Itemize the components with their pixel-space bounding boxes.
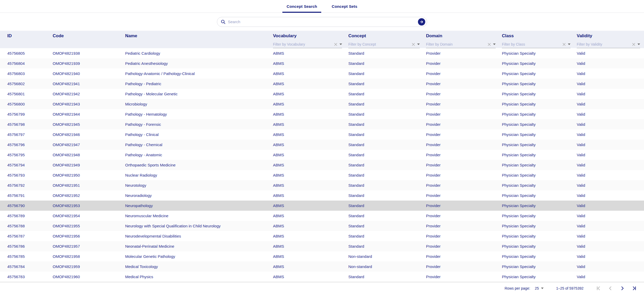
cell-validity: Valid [577, 102, 644, 106]
cell-validity: Valid [577, 254, 644, 259]
search-input[interactable] [228, 20, 418, 24]
cell-class: Physician Specialty [502, 153, 577, 157]
table-row[interactable]: 45756784OMOP4821959Medical ToxicologyABM… [0, 261, 644, 272]
table-row[interactable]: 45756785OMOP4821958Molecular Genetic Pat… [0, 251, 644, 261]
column-header-domain: Domain [426, 31, 502, 48]
cell-name: Neurodevelopmental Disabilities [125, 234, 273, 238]
close-icon [562, 42, 566, 46]
cell-vocabulary: ABMS [273, 61, 348, 66]
table-row[interactable]: 45756788OMOP4821955Neurology with Specia… [0, 221, 644, 231]
cell-vocabulary: ABMS [273, 132, 348, 137]
table-row[interactable]: 45756802OMOP4821941Pathology - Pediatric… [0, 79, 644, 89]
cell-name: Pathology - Chemical [125, 142, 273, 147]
cell-domain: Provider [426, 61, 502, 66]
table-header-row: IDCodeNameVocabularyConceptDomainClassVa… [0, 31, 644, 48]
column-label-code: Code [53, 34, 125, 38]
filter-dropdown-concept-button[interactable] [417, 43, 420, 45]
cell-validity: Valid [577, 51, 644, 55]
table-body: 45756805OMOP4821938Pediatric CardiologyA… [0, 48, 644, 282]
first-page-button[interactable] [596, 286, 601, 291]
cell-class: Physician Specialty [502, 193, 577, 198]
cell-class: Physician Specialty [502, 173, 577, 177]
rows-per-page-select[interactable]: 25 [535, 286, 544, 290]
cell-validity: Valid [577, 112, 644, 116]
filter-input-domain[interactable] [426, 42, 485, 46]
filter-clear-vocabulary-button[interactable] [334, 42, 338, 46]
filter-clear-class-button[interactable] [562, 42, 566, 46]
cell-class: Physician Specialty [502, 112, 577, 116]
filter-input-class[interactable] [502, 42, 560, 46]
table-row[interactable]: 45756804OMOP4821939Pediatric Anesthesiol… [0, 58, 644, 68]
cell-class: Physician Specialty [502, 163, 577, 167]
cell-vocabulary: ABMS [273, 153, 348, 157]
filter-dropdown-vocabulary-button[interactable] [339, 43, 342, 45]
cell-code: OMOP4821944 [53, 112, 125, 116]
table-row[interactable]: 45756801OMOP4821942Pathology - Molecular… [0, 89, 644, 99]
table-row[interactable]: 45756803OMOP4821940Pathology-Anatomic / … [0, 68, 644, 79]
filter-dropdown-domain-button[interactable] [493, 43, 496, 45]
filter-input-vocabulary[interactable] [273, 42, 332, 46]
cell-code: OMOP4821952 [53, 193, 125, 198]
table-row[interactable]: 45756791OMOP4821952NeuroradiologyABMSSta… [0, 190, 644, 201]
table-row[interactable]: 45756790OMOP4821953NeuropathologyABMSSta… [0, 201, 644, 211]
search-submit-button[interactable] [418, 18, 425, 26]
cell-domain: Provider [426, 183, 502, 188]
cell-vocabulary: ABMS [273, 173, 348, 177]
filter-dropdown-validity-button[interactable] [637, 43, 640, 45]
column-label-name: Name [125, 34, 273, 38]
filter-input-concept[interactable] [348, 42, 410, 46]
table-row[interactable]: 45756796OMOP4821947Pathology - ChemicalA… [0, 140, 644, 150]
filter-clear-concept-button[interactable] [411, 42, 415, 46]
table-row[interactable]: 45756800OMOP4821943MicrobiologyABMSStand… [0, 99, 644, 109]
cell-class: Physician Specialty [502, 214, 577, 218]
next-page-button[interactable] [620, 286, 625, 291]
cell-concept: Standard [348, 61, 426, 66]
table-row[interactable]: 45756794OMOP4821949Orthopaedic Sports Me… [0, 160, 644, 170]
table-row[interactable]: 45756793OMOP4821950Nuclear RadiologyABMS… [0, 170, 644, 180]
table-row[interactable]: 45756798OMOP4821945Pathology - ForensicA… [0, 119, 644, 129]
cell-concept: Standard [348, 173, 426, 177]
cell-domain: Provider [426, 92, 502, 96]
cell-validity: Valid [577, 61, 644, 66]
cell-validity: Valid [577, 142, 644, 147]
cell-name: Pathology - Molecular Genetic [125, 92, 273, 96]
cell-id: 45756797 [7, 132, 53, 137]
cell-name: Pathology-Anatomic / Pathology-Clinical [125, 71, 273, 76]
table-row[interactable]: 45756795OMOP4821948Pathology - AnatomicA… [0, 150, 644, 160]
cell-class: Physician Specialty [502, 142, 577, 147]
cell-name: Pathology - Clinical [125, 132, 273, 137]
cell-class: Physician Specialty [502, 122, 577, 127]
cell-concept: Standard [348, 92, 426, 96]
cell-id: 45756795 [7, 153, 53, 157]
cell-code: OMOP4821949 [53, 163, 125, 167]
tab-concept-search[interactable]: Concept Search [282, 0, 321, 13]
filter-dropdown-class-button[interactable] [568, 43, 570, 45]
table-row[interactable]: 45756792OMOP4821951NeurotologyABMSStanda… [0, 180, 644, 190]
filter-input-validity[interactable] [577, 42, 630, 46]
filter-clear-validity-button[interactable] [632, 42, 636, 46]
cell-id: 45756798 [7, 122, 53, 127]
table-row[interactable]: 45756797OMOP4821946Pathology - ClinicalA… [0, 129, 644, 140]
tab-concept-sets[interactable]: Concept Sets [327, 0, 361, 13]
cell-validity: Valid [577, 122, 644, 127]
table-row[interactable]: 45756783OMOP4821960Medical PhysicsABMSSt… [0, 272, 644, 282]
last-page-button[interactable] [632, 286, 637, 291]
table-row[interactable]: 45756799OMOP4821944Pathology - Hematolog… [0, 109, 644, 119]
table-row[interactable]: 45756805OMOP4821938Pediatric CardiologyA… [0, 48, 644, 58]
cell-vocabulary: ABMS [273, 264, 348, 269]
cell-validity: Valid [577, 71, 644, 76]
cell-id: 45756804 [7, 61, 53, 66]
column-header-code: Code [53, 31, 125, 48]
previous-page-button[interactable] [608, 286, 613, 291]
cell-name: Medical Toxicology [125, 264, 273, 269]
filter-clear-domain-button[interactable] [487, 42, 491, 46]
cell-validity: Valid [577, 132, 644, 137]
cell-code: OMOP4821947 [53, 142, 125, 147]
cell-domain: Provider [426, 122, 502, 127]
table-row[interactable]: 45756789OMOP4821954Neuromuscular Medicin… [0, 211, 644, 221]
filter-class [502, 42, 570, 48]
table-row[interactable]: 45756786OMOP4821957Neonatal-Perinatal Me… [0, 241, 644, 251]
cell-id: 45756794 [7, 163, 53, 167]
cell-class: Physician Specialty [502, 51, 577, 55]
table-row[interactable]: 45756787OMOP4821956Neurodevelopmental Di… [0, 231, 644, 241]
